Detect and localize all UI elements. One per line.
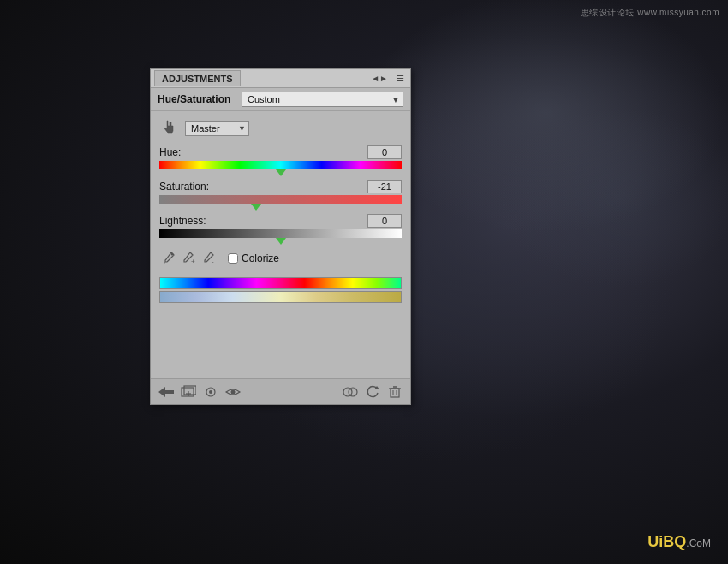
watermark-bottom: UiBQ.CoM <box>647 533 711 551</box>
delete-button[interactable] <box>386 383 403 401</box>
lightness-track-container <box>159 229 402 243</box>
eyedropper-add-icon: + <box>182 252 195 265</box>
saturation-value-input[interactable] <box>367 180 402 193</box>
watermark-top: 思综设计论坛 www.missyuan.com <box>581 7 719 19</box>
lightness-thumb[interactable] <box>276 238 286 245</box>
hs-preset-container: Custom Default Strong Saturation Increas… <box>242 92 403 107</box>
svg-rect-14 <box>391 389 399 397</box>
clip-button[interactable] <box>342 383 359 401</box>
colorize-checkbox[interactable] <box>228 253 238 264</box>
bottom-toolbar-right <box>342 383 403 401</box>
saturation-label: Saturation: <box>159 181 209 193</box>
eyedropper-tool[interactable] <box>159 250 176 267</box>
hue-slider-row: Hue: <box>159 145 402 175</box>
hue-label: Hue: <box>159 146 181 158</box>
color-bars <box>159 277 402 303</box>
back-button[interactable] <box>158 383 175 401</box>
new-layer-button[interactable] <box>180 383 197 401</box>
panel-content: Hue/Saturation Custom Default Strong Sat… <box>151 88 410 404</box>
saturation-slider-row: Saturation: <box>159 180 402 209</box>
new-layer-icon <box>181 385 196 399</box>
watermark-com: .CoM <box>686 537 711 549</box>
hs-header: Hue/Saturation Custom Default Strong Sat… <box>151 88 410 111</box>
delete-icon <box>387 385 403 399</box>
lightness-label-row: Lightness: <box>159 214 402 228</box>
saturation-track-container <box>159 195 402 209</box>
lightness-label: Lightness: <box>159 215 206 227</box>
color-bar-rainbow <box>159 277 402 289</box>
saturation-label-row: Saturation: <box>159 180 402 193</box>
channel-select[interactable]: Master Reds Yellows Greens Cyans Blues M… <box>185 121 249 136</box>
svg-text:+: + <box>191 258 195 265</box>
hue-track-container <box>159 161 402 175</box>
hue-label-row: Hue: <box>159 145 402 159</box>
hue-track[interactable] <box>159 161 402 169</box>
svg-point-12 <box>349 388 357 396</box>
color-bar-adjusted <box>159 291 402 303</box>
colorize-label: Colorize <box>242 252 279 264</box>
colorize-container: Colorize <box>228 252 279 264</box>
adj-area: Master Reds Yellows Greens Cyans Blues M… <box>151 111 410 310</box>
saturation-thumb[interactable] <box>251 204 261 211</box>
lightness-slider-row: Lightness: <box>159 214 402 243</box>
hand-icon <box>160 119 179 138</box>
panel-collapse-btn[interactable]: ◄► <box>368 73 391 84</box>
panel-titlebar: ADJUSTMENTS ◄► ☰ <box>151 69 410 88</box>
channel-row: Master Reds Yellows Greens Cyans Blues M… <box>159 118 402 139</box>
svg-marker-3 <box>158 387 174 397</box>
eyedropper-icon <box>161 252 175 265</box>
svg-point-9 <box>209 390 212 394</box>
eyedropper-add-tool[interactable]: + <box>180 250 197 267</box>
adjustments-panel: ADJUSTMENTS ◄► ☰ Hue/Saturation Custom D… <box>150 68 411 405</box>
panel-tab-adjustments[interactable]: ADJUSTMENTS <box>154 70 241 86</box>
svg-point-0 <box>171 253 174 256</box>
eye-button[interactable] <box>224 383 242 401</box>
visibility-button[interactable] <box>202 383 219 401</box>
watermark-uibq: UiBQ <box>647 533 686 550</box>
hs-label: Hue/Saturation <box>158 93 235 105</box>
svg-point-11 <box>343 388 352 396</box>
hue-thumb[interactable] <box>276 169 286 176</box>
hs-preset-select[interactable]: Custom Default Strong Saturation Increas… <box>242 92 403 107</box>
saturation-track[interactable] <box>159 195 402 204</box>
svg-point-10 <box>231 389 236 394</box>
bottom-toolbar <box>151 378 410 404</box>
eye-icon <box>225 385 241 399</box>
bottom-toolbar-left <box>158 383 242 401</box>
back-icon <box>158 385 174 399</box>
panel-controls: ◄► ☰ <box>368 73 407 84</box>
visibility-icon <box>203 385 218 399</box>
lightness-value-input[interactable] <box>367 214 402 228</box>
refresh-button[interactable] <box>364 383 381 401</box>
channel-icon <box>159 118 180 139</box>
hue-value-input[interactable] <box>367 145 402 159</box>
lightness-track[interactable] <box>159 229 402 238</box>
svg-text:-: - <box>212 258 214 265</box>
channel-select-container: Master Reds Yellows Greens Cyans Blues M… <box>185 121 249 136</box>
refresh-icon <box>365 385 380 399</box>
clip-icon <box>343 385 358 399</box>
eyedropper-subtract-icon: - <box>202 252 216 265</box>
tools-row: + - Colorize <box>159 250 402 267</box>
eyedropper-subtract-tool[interactable]: - <box>200 250 218 267</box>
panel-menu-btn[interactable]: ☰ <box>394 73 407 84</box>
empty-space <box>151 310 410 378</box>
